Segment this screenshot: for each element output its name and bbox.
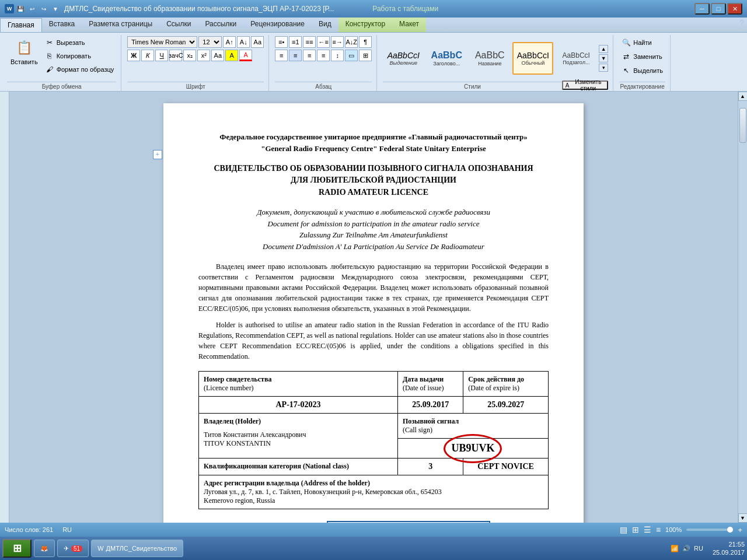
style-preview-selection: AaBbCcI — [388, 51, 420, 60]
layout-outline-btn[interactable]: ☰ — [644, 525, 651, 534]
date-expire-cell: 25.09.2027 — [463, 397, 549, 414]
borders-btn[interactable]: ⊞ — [359, 50, 372, 61]
add-content-btn[interactable]: + — [153, 150, 162, 159]
copy-button[interactable]: ⎘ Копировать — [43, 50, 117, 62]
tab-mailings[interactable]: Рассылки — [198, 18, 243, 32]
systray: 📶 🔊 RU — [666, 545, 708, 552]
telegram-taskbar-btn[interactable]: ✈ 51 — [57, 540, 89, 557]
layout-print-btn[interactable]: ▤ — [620, 525, 627, 534]
ribbon-help-btn[interactable]: ? — [736, 18, 747, 28]
style-preview-heading: AaBbC — [431, 50, 462, 61]
align-center-btn[interactable]: ≡ — [289, 50, 302, 61]
subscript-button[interactable]: x₂ — [183, 50, 196, 61]
subtitle-line2: Document for admission to participation … — [198, 218, 549, 230]
tab-insert[interactable]: Вставка — [42, 18, 82, 32]
tab-layout[interactable]: Разметка страницы — [82, 18, 159, 32]
document-page: + Федеральное государственное унитарное … — [163, 103, 584, 523]
tab-review[interactable]: Рецензирование — [243, 18, 312, 32]
italic-button[interactable]: К — [141, 50, 154, 61]
style-normal[interactable]: AaBbCcI Обычный — [512, 42, 553, 75]
style-heading[interactable]: AaBbC Заголово... — [426, 42, 467, 75]
word-taskbar-btn[interactable]: W ДМТЛС_Свидетельство — [91, 540, 183, 557]
decrease-font-btn[interactable]: A↓ — [237, 36, 250, 48]
quick-save-btn[interactable]: 💾 — [15, 4, 26, 14]
increase-indent-btn[interactable]: ≡→ — [331, 36, 344, 48]
styles-scroll-up[interactable]: ▲ — [599, 45, 608, 53]
tab-links[interactable]: Ссылки — [159, 18, 198, 32]
change-style-btn[interactable]: A Изменить стили — [562, 80, 609, 90]
quick-redo-btn[interactable]: ↪ — [39, 4, 49, 14]
scroll-down-btn[interactable]: ▼ — [738, 513, 748, 523]
layout-draft-btn[interactable]: ≡ — [656, 525, 661, 534]
bullets-btn[interactable]: ≡• — [275, 36, 288, 48]
underline-button[interactable]: Ч — [155, 50, 168, 61]
callsign-header-cell: Позывной сигнал (Call sign) — [397, 414, 548, 439]
align-left-btn[interactable]: ≡ — [275, 50, 288, 61]
bold-button[interactable]: Ж — [127, 50, 140, 61]
sort-btn[interactable]: A↓Z — [345, 36, 358, 48]
quick-undo-btn[interactable]: ↩ — [27, 4, 37, 14]
tab-view[interactable]: Вид — [312, 18, 338, 32]
styles-scroll-down[interactable]: ▼ — [599, 54, 608, 62]
decrease-indent-btn[interactable]: ←≡ — [317, 36, 330, 48]
styles-scroll-expand[interactable]: ▾ — [599, 64, 608, 72]
start-button[interactable]: ⊞ — [2, 539, 32, 558]
doc-subtitle: Документ, допускающий к участию в любите… — [198, 206, 549, 252]
tab-layout2[interactable]: Макет — [392, 18, 426, 32]
scroll-track[interactable] — [738, 101, 747, 513]
select-icon: ↖ — [622, 66, 631, 75]
highlight-btn[interactable]: A — [225, 50, 238, 61]
case-button[interactable]: Aa — [211, 50, 224, 61]
color-btn[interactable]: A — [239, 50, 252, 61]
style-title[interactable]: AaBbC Название — [469, 42, 510, 75]
quick-dropdown-btn[interactable]: ▼ — [50, 4, 61, 14]
style-selection[interactable]: AaBbCcI Выделение — [383, 42, 424, 75]
zoom-thumb — [727, 527, 733, 533]
vertical-scrollbar[interactable]: ▲ ▼ — [738, 92, 747, 523]
systray-network[interactable]: 📶 — [671, 545, 679, 552]
multilevel-btn[interactable]: ≡≡ — [303, 36, 316, 48]
justify-btn[interactable]: ≡ — [317, 50, 330, 61]
clear-format-btn[interactable]: Aa — [251, 36, 264, 48]
align-right-btn[interactable]: ≡ — [303, 50, 316, 61]
marks-btn[interactable]: ¶ — [359, 36, 372, 48]
date-issue-cell: 25.09.2017 — [397, 397, 463, 414]
superscript-button[interactable]: x² — [197, 50, 210, 61]
minimize-button[interactable]: ─ — [694, 3, 710, 15]
shading-btn[interactable]: ▭ — [345, 50, 358, 61]
systray-lang[interactable]: RU — [694, 545, 703, 552]
doc-footer: Заместитель руководителя Департамента ве… — [198, 521, 549, 523]
strikethrough-button[interactable]: зачC — [169, 50, 182, 61]
context-title: Работа с таблицами — [372, 5, 438, 13]
maximize-button[interactable]: □ — [711, 3, 726, 15]
numbering-btn[interactable]: ≡1 — [289, 36, 302, 48]
tab-constructor[interactable]: Конструктор — [338, 18, 392, 32]
window-controls: ─ □ ✕ — [694, 3, 742, 15]
scroll-up-btn[interactable]: ▲ — [738, 92, 748, 101]
zoom-in-btn[interactable]: + — [738, 526, 742, 534]
cut-button[interactable]: ✂ Вырезать — [43, 36, 117, 49]
line-spacing-btn[interactable]: ↕ — [331, 50, 344, 61]
close-button[interactable]: ✕ — [727, 3, 742, 15]
font-size-select[interactable]: 12 — [198, 36, 222, 48]
style-label-heading: Заголово... — [433, 61, 460, 66]
word-icon: W — [97, 545, 103, 552]
subtitle-line3: Zulassung Zur Teilnahme Am Amateurfunkdi… — [198, 229, 549, 241]
tab-home[interactable]: Главная — [0, 18, 42, 32]
browser-taskbar-btn[interactable]: 🦊 — [34, 540, 55, 557]
paste-button[interactable]: 📋 Вставить — [7, 36, 41, 68]
layout-web-btn[interactable]: ⊞ — [632, 525, 639, 534]
increase-font-btn[interactable]: A↑ — [223, 36, 236, 48]
clipboard-label: Буфер обмена — [7, 82, 116, 90]
document-scroll-area[interactable]: + Федеральное государственное унитарное … — [9, 92, 738, 523]
scroll-thumb[interactable] — [739, 108, 746, 143]
format-painter-button[interactable]: 🖌 Формат по образцу — [43, 63, 117, 76]
select-button[interactable]: ↖ Выделить — [619, 64, 665, 77]
telegram-icon: ✈ — [64, 545, 69, 552]
zoom-slider[interactable] — [686, 528, 733, 531]
style-subtitle[interactable]: AaBbCcI Подзагол... — [556, 42, 596, 75]
find-button[interactable]: 🔍 Найти — [619, 36, 654, 49]
systray-volume[interactable]: 🔊 — [682, 545, 690, 552]
replace-button[interactable]: ⇄ Заменить — [619, 50, 664, 63]
font-name-select[interactable]: Times New Roman — [127, 36, 197, 48]
